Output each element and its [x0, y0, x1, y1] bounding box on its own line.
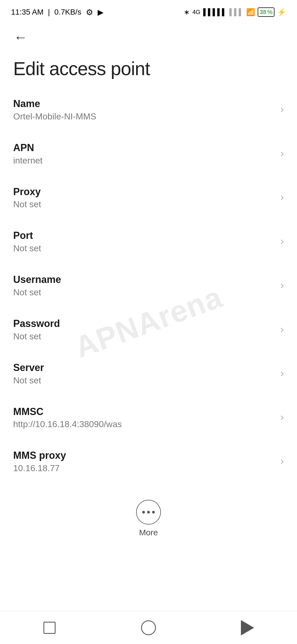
nav-back-button[interactable] — [237, 617, 258, 639]
battery-level: 38 — [260, 9, 266, 16]
settings-item-username[interactable]: Username Not set › — [0, 263, 297, 307]
chevron-right-icon-port: › — [280, 236, 284, 247]
settings-item-mms-proxy[interactable]: MMS proxy 10.16.18.77 › — [0, 439, 297, 483]
settings-item-content-apn: APN internet — [13, 141, 275, 166]
settings-item-value-proxy: Not set — [13, 199, 275, 209]
settings-item-value-password: Not set — [13, 331, 275, 342]
back-icon — [241, 620, 254, 635]
chevron-right-icon-name: › — [280, 104, 284, 115]
nav-home-button[interactable] — [138, 617, 160, 639]
back-button[interactable]: ← — [11, 28, 30, 47]
chevron-right-icon-username: › — [280, 280, 284, 291]
more-dots-icon — [136, 500, 161, 525]
status-speed: 0.7KB/s — [54, 8, 81, 17]
more-section: More — [0, 489, 297, 545]
settings-item-title-mmsc: MMSC — [13, 405, 275, 418]
settings-item-value-username: Not set — [13, 287, 275, 298]
settings-item-title-password: Password — [13, 317, 275, 330]
status-right-icons: ∗ 4G ▌▌▌▌▌ ▌▌▌ 📶 38 % ⚡ — [184, 7, 286, 17]
settings-item-content-name: Name Ortel-Mobile-NI-MMS — [13, 97, 275, 122]
chevron-right-icon-apn: › — [280, 148, 284, 159]
settings-item-content-password: Password Not set — [13, 317, 275, 342]
settings-item-mmsc[interactable]: MMSC http://10.16.18.4:38090/was › — [0, 395, 297, 440]
back-arrow-icon: ← — [14, 30, 28, 44]
status-time-speed: 11:35 AM | 0.7KB/s ⚙ ▶ — [11, 7, 104, 17]
settings-item-port[interactable]: Port Not set › — [0, 219, 297, 263]
settings-list: Name Ortel-Mobile-NI-MMS › APN internet … — [0, 85, 297, 486]
status-time: 11:35 AM — [11, 8, 43, 17]
settings-item-title-port: Port — [13, 229, 275, 242]
nav-recents-button[interactable] — [38, 617, 61, 639]
recents-icon — [43, 622, 56, 634]
chevron-right-icon-mmsc: › — [280, 411, 284, 423]
settings-icon: ⚙ — [86, 7, 93, 17]
dot1 — [142, 511, 145, 514]
chevron-right-icon-mms-proxy: › — [280, 455, 284, 467]
top-navigation: ← — [0, 22, 297, 50]
settings-item-value-apn: internet — [13, 155, 275, 166]
status-bar: 11:35 AM | 0.7KB/s ⚙ ▶ ∗ 4G ▌▌▌▌▌ ▌▌▌ 📶 … — [0, 0, 297, 22]
settings-item-server[interactable]: Server Not set › — [0, 351, 297, 395]
network-4g-icon: 4G — [193, 9, 200, 16]
signal-icon: ▌▌▌▌▌ — [203, 8, 227, 16]
settings-item-content-proxy: Proxy Not set — [13, 185, 275, 210]
page-title: Edit access point — [0, 50, 297, 85]
settings-item-proxy[interactable]: Proxy Not set › — [0, 176, 297, 220]
chevron-right-icon-password: › — [280, 324, 284, 335]
settings-item-value-mmsc: http://10.16.18.4:38090/was — [13, 419, 275, 429]
status-separator: | — [48, 8, 50, 17]
bottom-navigation — [0, 611, 297, 644]
settings-item-title-apn: APN — [13, 141, 275, 154]
settings-item-title-username: Username — [13, 273, 275, 286]
charging-icon: ⚡ — [277, 8, 286, 17]
more-label: More — [139, 528, 158, 537]
settings-item-value-mms-proxy: 10.16.18.77 — [13, 463, 275, 473]
settings-item-apn[interactable]: APN internet › — [0, 132, 297, 176]
settings-item-content-port: Port Not set — [13, 229, 275, 253]
bluetooth-icon: ∗ — [184, 8, 190, 17]
settings-item-content-mms-proxy: MMS proxy 10.16.18.77 — [13, 449, 275, 473]
settings-item-content-mmsc: MMSC http://10.16.18.4:38090/was — [13, 405, 275, 430]
settings-item-value-name: Ortel-Mobile-NI-MMS — [13, 111, 275, 122]
battery-indicator: 38 % — [258, 7, 274, 17]
settings-item-name[interactable]: Name Ortel-Mobile-NI-MMS › — [0, 88, 297, 132]
chevron-right-icon-proxy: › — [280, 192, 284, 203]
signal2-icon: ▌▌▌ — [229, 8, 243, 16]
settings-item-title-mms-proxy: MMS proxy — [13, 449, 275, 462]
battery-percent: % — [267, 9, 273, 16]
settings-item-title-name: Name — [13, 97, 275, 110]
wifi-icon: 📶 — [246, 8, 255, 17]
more-button[interactable]: More — [136, 500, 161, 537]
settings-item-content-server: Server Not set — [13, 361, 275, 386]
dot3 — [152, 511, 155, 514]
settings-item-password[interactable]: Password Not set › — [0, 307, 297, 351]
settings-item-title-server: Server — [13, 361, 275, 374]
settings-item-value-server: Not set — [13, 375, 275, 386]
home-icon — [141, 620, 156, 635]
settings-item-title-proxy: Proxy — [13, 185, 275, 198]
settings-item-value-port: Not set — [13, 243, 275, 253]
chevron-right-icon-server: › — [280, 368, 284, 379]
dot2 — [147, 511, 150, 514]
video-icon: ▶ — [98, 8, 104, 17]
settings-item-content-username: Username Not set — [13, 273, 275, 298]
